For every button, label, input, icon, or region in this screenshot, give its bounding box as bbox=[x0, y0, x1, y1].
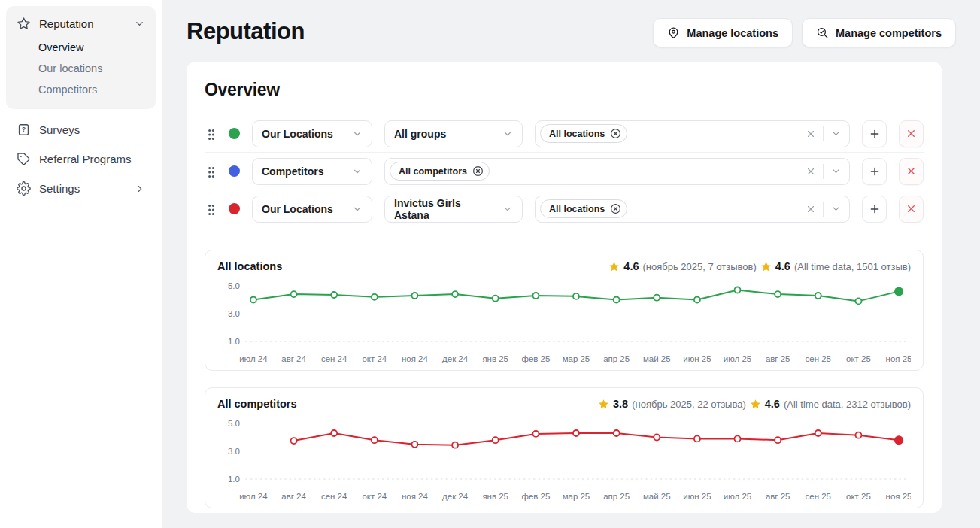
drag-handle-icon[interactable] bbox=[205, 127, 217, 141]
selection-chip[interactable]: All locations bbox=[540, 124, 627, 143]
svg-text:1.0: 1.0 bbox=[228, 475, 240, 484]
chevron-down-icon[interactable] bbox=[830, 203, 842, 214]
remove-series-button[interactable] bbox=[899, 120, 924, 147]
svg-text:5.0: 5.0 bbox=[228, 419, 240, 428]
group-select[interactable]: Invictus Girls Astana bbox=[384, 196, 523, 223]
source-select[interactable]: Our Locations bbox=[252, 196, 372, 223]
page-title: Reputation bbox=[187, 18, 305, 45]
competitors-multiselect[interactable]: All competitors bbox=[384, 158, 850, 185]
svg-text:окт 25: окт 25 bbox=[846, 354, 871, 363]
chevron-down-icon bbox=[502, 204, 513, 214]
svg-text:окт 25: окт 25 bbox=[846, 492, 871, 501]
chevron-down-icon bbox=[134, 18, 145, 29]
series-color-dot bbox=[229, 203, 240, 214]
main-content: Reputation Manage locations Manage compe… bbox=[162, 0, 980, 528]
clear-icon[interactable] bbox=[806, 129, 816, 139]
svg-text:окт 24: окт 24 bbox=[362, 354, 387, 363]
clear-icon[interactable] bbox=[806, 166, 816, 177]
selection-chip[interactable]: All locations bbox=[540, 199, 627, 218]
drag-handle-icon[interactable] bbox=[205, 202, 217, 216]
selection-chip[interactable]: All competitors bbox=[390, 162, 490, 181]
svg-text:3.0: 3.0 bbox=[228, 447, 240, 456]
svg-text:янв 25: янв 25 bbox=[482, 354, 508, 363]
svg-text:июл 24: июл 24 bbox=[239, 354, 268, 363]
sidebar-item-label: Settings bbox=[39, 182, 80, 195]
svg-text:мар 25: мар 25 bbox=[563, 492, 590, 501]
sidebar-item-referral-programs[interactable]: Referral Programs bbox=[6, 144, 156, 174]
svg-text:авг 24: авг 24 bbox=[281, 354, 306, 363]
manage-competitors-button[interactable]: Manage competitors bbox=[802, 18, 956, 47]
sidebar-item-reputation[interactable]: Reputation bbox=[12, 11, 150, 37]
svg-text:дек 24: дек 24 bbox=[442, 492, 469, 501]
drag-handle-icon[interactable] bbox=[205, 165, 217, 178]
plus-icon bbox=[869, 128, 881, 140]
locations-multiselect[interactable]: All locations bbox=[535, 120, 850, 147]
svg-text:июл 24: июл 24 bbox=[239, 492, 268, 501]
chart-title: All competitors bbox=[217, 398, 297, 410]
svg-text:апр 25: апр 25 bbox=[603, 492, 630, 501]
chevron-down-icon bbox=[352, 204, 363, 214]
manage-locations-button[interactable]: Manage locations bbox=[653, 18, 793, 47]
add-series-button[interactable] bbox=[862, 158, 887, 185]
sidebar-item-label: Referral Programs bbox=[39, 153, 132, 165]
chevron-down-icon[interactable] bbox=[830, 128, 842, 139]
sidebar-item-overview[interactable]: Overview bbox=[12, 37, 150, 58]
group-select[interactable]: All groups bbox=[384, 120, 523, 147]
remove-chip-icon[interactable] bbox=[472, 165, 484, 177]
star-icon bbox=[760, 261, 772, 272]
sidebar-item-competitors[interactable]: Competitors bbox=[12, 79, 150, 100]
filter-row-3: Our Locations Invictus Girls Astana All … bbox=[205, 190, 924, 227]
overview-title: Overview bbox=[205, 80, 924, 100]
svg-text:июл 25: июл 25 bbox=[724, 354, 751, 363]
chevron-down-icon bbox=[352, 166, 363, 177]
remove-series-button[interactable] bbox=[899, 158, 924, 185]
rating-alltime-value: 4.6 bbox=[765, 398, 780, 410]
source-select[interactable]: Our Locations bbox=[252, 120, 372, 147]
sidebar-item-our-locations[interactable]: Our locations bbox=[12, 58, 150, 79]
svg-text:сен 24: сен 24 bbox=[321, 492, 347, 501]
rating-alltime-note: (All time data, 2312 отзывов) bbox=[784, 399, 911, 410]
close-icon bbox=[906, 165, 917, 177]
sidebar-group-reputation: Reputation Overview Our locations Compet… bbox=[6, 6, 156, 109]
svg-text:июл 25: июл 25 bbox=[724, 492, 751, 501]
chart-card-all-competitors: All competitors 3.8 (ноябрь 2025, 22 отз… bbox=[205, 387, 924, 508]
rating-alltime-value: 4.6 bbox=[775, 260, 790, 272]
svg-text:мар 25: мар 25 bbox=[563, 354, 590, 363]
svg-text:июн 25: июн 25 bbox=[683, 354, 711, 363]
svg-text:авг 25: авг 25 bbox=[766, 354, 790, 363]
svg-text:фев 25: фев 25 bbox=[521, 492, 550, 501]
svg-text:1.0: 1.0 bbox=[228, 337, 240, 346]
remove-series-button[interactable] bbox=[899, 196, 924, 223]
locations-multiselect[interactable]: All locations bbox=[535, 196, 850, 223]
chevron-down-icon bbox=[352, 129, 363, 139]
remove-chip-icon[interactable] bbox=[610, 128, 621, 139]
gear-icon bbox=[17, 181, 31, 196]
close-icon bbox=[906, 203, 917, 214]
sidebar: Reputation Overview Our locations Compet… bbox=[0, 0, 162, 528]
star-icon bbox=[608, 261, 620, 272]
sidebar-item-surveys[interactable]: ? Surveys bbox=[6, 115, 156, 144]
chevron-down-icon[interactable] bbox=[830, 165, 842, 177]
search-check-icon bbox=[816, 26, 829, 39]
chart-ratings: 3.8 (ноябрь 2025, 22 отзыва) 4.6 (All ti… bbox=[598, 398, 911, 410]
chart-card-all-locations: All locations 4.6 (ноябрь 2025, 7 отзыво… bbox=[205, 250, 924, 371]
source-select[interactable]: Competitors bbox=[252, 158, 372, 185]
tag-icon bbox=[17, 152, 31, 166]
add-series-button[interactable] bbox=[862, 120, 887, 147]
sidebar-item-settings[interactable]: Settings bbox=[6, 174, 156, 203]
rating-alltime-note: (All time data, 1501 отзыв) bbox=[794, 261, 911, 272]
star-icon bbox=[17, 17, 31, 31]
svg-text:ноя 25: ноя 25 bbox=[886, 492, 911, 501]
remove-chip-icon[interactable] bbox=[610, 203, 621, 214]
chevron-right-icon bbox=[135, 184, 145, 194]
rating-current-value: 4.6 bbox=[623, 260, 639, 272]
svg-text:фев 25: фев 25 bbox=[521, 354, 550, 363]
plus-icon bbox=[869, 203, 881, 215]
plus-icon bbox=[869, 165, 881, 178]
svg-text:ноя 24: ноя 24 bbox=[402, 354, 428, 363]
clear-icon[interactable] bbox=[806, 204, 816, 214]
svg-text:авг 24: авг 24 bbox=[281, 492, 306, 501]
page-header: Reputation Manage locations Manage compe… bbox=[187, 18, 956, 47]
star-icon bbox=[750, 399, 761, 410]
add-series-button[interactable] bbox=[862, 196, 887, 223]
